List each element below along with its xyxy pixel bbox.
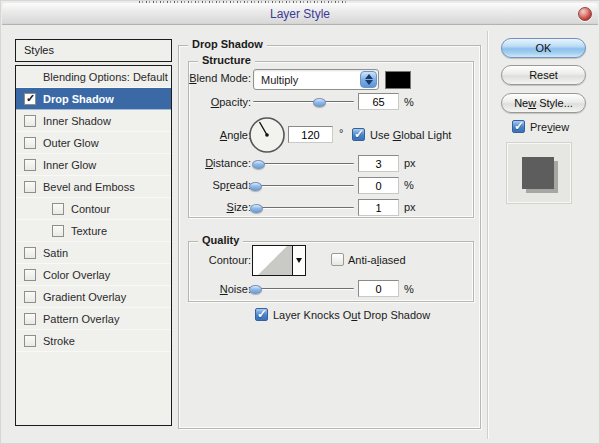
style-item-label: Satin (43, 247, 68, 259)
style-item-label: Inner Glow (43, 159, 96, 171)
size-slider[interactable] (253, 204, 354, 213)
title-bar[interactable]: Layer Style (2, 3, 598, 25)
blend-mode-value: Multiply (261, 70, 298, 90)
layer-style-dialog: Layer Style Styles Blending Options: Def… (0, 0, 600, 444)
dropdown-stepper-icon[interactable] (360, 71, 377, 88)
style-checkbox[interactable] (24, 137, 36, 149)
style-item-label: Gradient Overlay (43, 291, 126, 303)
drop-shadow-group-title: Drop Shadow (188, 38, 267, 50)
style-checkbox[interactable] (24, 291, 36, 303)
style-checkbox[interactable] (24, 335, 36, 347)
layer-knocks-out-checkbox[interactable] (255, 308, 268, 321)
style-list-item[interactable]: Texture (16, 220, 171, 242)
spread-unit: % (404, 179, 414, 191)
style-checkbox[interactable] (24, 313, 36, 325)
size-unit: px (404, 201, 416, 213)
blend-mode-select[interactable]: Multiply (253, 69, 379, 90)
dialog-title: Layer Style (2, 3, 598, 25)
style-item-label: Texture (71, 225, 107, 237)
contour-dropdown-arrow-icon[interactable] (292, 246, 305, 275)
close-icon[interactable] (578, 7, 592, 21)
style-checkbox[interactable] (52, 203, 64, 215)
use-global-light-label: Use Global Light (370, 129, 451, 141)
style-item-label: Blending Options: Default (43, 71, 168, 83)
style-checkbox[interactable] (52, 225, 64, 237)
distance-slider-thumb[interactable] (252, 160, 265, 169)
contour-picker[interactable] (252, 245, 306, 276)
spread-slider[interactable] (253, 182, 354, 191)
size-input[interactable] (358, 199, 399, 216)
styles-list: Blending Options: Default Drop Shadow In… (15, 65, 172, 426)
style-item-label: Bevel and Emboss (43, 181, 135, 193)
style-item-label: Contour (71, 203, 110, 215)
style-checkbox[interactable] (24, 159, 36, 171)
preview-checkbox[interactable] (512, 120, 525, 133)
spread-slider-thumb[interactable] (249, 182, 262, 191)
style-item-label: Pattern Overlay (43, 313, 119, 325)
distance-input[interactable] (358, 155, 399, 172)
noise-unit: % (404, 283, 414, 295)
noise-input[interactable] (358, 280, 399, 297)
structure-group-title: Structure (198, 54, 255, 66)
spread-label: Spread: (178, 179, 251, 191)
use-global-light-checkbox[interactable] (352, 128, 365, 141)
noise-slider[interactable] (253, 285, 354, 294)
size-label: Size: (178, 201, 251, 213)
contour-label: Contour: (178, 254, 251, 266)
style-item-label: Outer Glow (43, 137, 99, 149)
anti-aliased-checkbox[interactable] (331, 253, 344, 266)
size-slider-thumb[interactable] (250, 204, 263, 213)
distance-unit: px (404, 157, 416, 169)
style-list-item[interactable]: Satin (16, 242, 171, 264)
angle-dial[interactable] (248, 116, 286, 154)
style-list-item[interactable]: Inner Glow (16, 154, 171, 176)
preview-shadow-square (522, 157, 554, 189)
style-list-item[interactable]: Drop Shadow (16, 88, 171, 110)
style-list-item[interactable]: Stroke (16, 330, 171, 352)
styles-header: Styles (15, 39, 172, 62)
preview-thumbnail (506, 142, 572, 204)
new-style-button[interactable]: New Style... (501, 93, 586, 113)
opacity-slider-thumb[interactable] (313, 98, 326, 107)
style-item-label: Drop Shadow (43, 93, 114, 105)
style-checkbox[interactable] (24, 269, 36, 281)
ok-button[interactable]: OK (501, 38, 586, 58)
style-list-item[interactable]: Pattern Overlay (16, 308, 171, 330)
style-list-item[interactable]: Inner Shadow (16, 110, 171, 132)
opacity-label: Opacity: (178, 96, 251, 108)
style-list-item[interactable]: Bevel and Emboss (16, 176, 171, 198)
style-item-label: Inner Shadow (43, 115, 111, 127)
blend-mode-label: Blend Mode: (178, 72, 251, 84)
style-checkbox[interactable] (24, 115, 36, 127)
angle-unit: ° (339, 127, 343, 139)
right-panel-divider (487, 31, 488, 439)
angle-input[interactable] (288, 126, 333, 143)
style-checkbox[interactable] (24, 247, 36, 259)
reset-button[interactable]: Reset (501, 65, 586, 85)
opacity-slider[interactable] (253, 98, 354, 107)
style-list-item[interactable]: Contour (16, 198, 171, 220)
angle-label: Angle: (178, 129, 251, 141)
anti-aliased-label: Anti-aliased (348, 254, 406, 266)
spread-input[interactable] (358, 177, 399, 194)
style-list-item[interactable]: Color Overlay (16, 264, 171, 286)
distance-label: Distance: (178, 157, 251, 169)
style-checkbox[interactable] (24, 93, 36, 105)
style-list-item[interactable]: Gradient Overlay (16, 286, 171, 308)
layer-knocks-out-label: Layer Knocks Out Drop Shadow (273, 309, 430, 321)
style-list-item[interactable]: Outer Glow (16, 132, 171, 154)
opacity-input[interactable] (358, 93, 399, 110)
preview-label: Preview (530, 121, 569, 133)
style-checkbox[interactable] (24, 181, 36, 193)
contour-thumbnail[interactable] (253, 246, 292, 275)
style-item-label: Stroke (43, 335, 75, 347)
opacity-unit: % (404, 96, 414, 108)
style-item-label: Color Overlay (43, 269, 110, 281)
noise-slider-thumb[interactable] (249, 285, 262, 294)
noise-label: Noise: (178, 283, 251, 295)
style-list-item[interactable]: Blending Options: Default (16, 66, 171, 88)
distance-slider[interactable] (253, 160, 354, 169)
quality-group-title: Quality (198, 234, 243, 246)
shadow-color-swatch[interactable] (385, 71, 411, 89)
